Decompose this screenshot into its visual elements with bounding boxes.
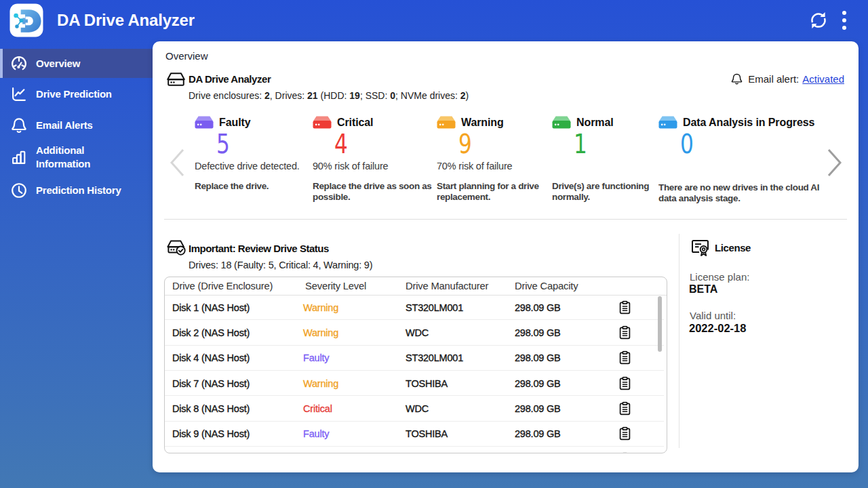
copy-details-button[interactable] bbox=[618, 351, 632, 365]
copy-details-icon bbox=[618, 452, 632, 453]
line-chart-icon bbox=[10, 85, 28, 103]
copy-details-icon bbox=[618, 351, 632, 365]
status-card-count: 0 bbox=[680, 131, 694, 158]
carousel-previous-button[interactable] bbox=[170, 148, 186, 178]
main-panel: Overview DA Drive Analyzer Drive enclosu… bbox=[153, 41, 859, 472]
cell-drive: Disk 9 (NAS Host) bbox=[172, 428, 250, 439]
cell-severity: Warning bbox=[303, 302, 338, 313]
status-card-title: Normal bbox=[576, 117, 614, 129]
section-title-review-drive-status: Important: Review Drive Status bbox=[189, 243, 329, 254]
vertical-divider bbox=[679, 234, 679, 448]
copy-details-button[interactable] bbox=[618, 452, 632, 453]
license-valid-label: Valid until: bbox=[690, 310, 736, 321]
drive-status-icon bbox=[552, 116, 571, 129]
cell-capacity: 298.09 GB bbox=[515, 378, 561, 389]
drive-check-icon bbox=[167, 238, 186, 257]
column-header-severity: Severity Level bbox=[305, 277, 366, 295]
drive-table-row: Disk 8 (NAS Host)CriticalWDC298.09 GB bbox=[165, 396, 657, 421]
cell-capacity: 298.09 GB bbox=[515, 302, 561, 313]
copy-details-icon bbox=[618, 300, 632, 314]
sidebar: Overview Drive Prediction Email Alerts bbox=[0, 42, 153, 488]
copy-details-icon bbox=[618, 326, 632, 340]
copy-details-button[interactable] bbox=[618, 300, 632, 314]
app-logo bbox=[9, 3, 43, 37]
cell-capacity: 298.09 GB bbox=[515, 428, 561, 439]
status-card-title: Warning bbox=[461, 117, 504, 129]
status-card-action: Replace the drive. bbox=[195, 181, 269, 192]
email-alert-activated-link[interactable]: Activated bbox=[802, 73, 844, 85]
cell-drive: Disk 1 (NAS Host) bbox=[172, 302, 250, 313]
refresh-icon bbox=[808, 10, 829, 30]
copy-details-icon bbox=[618, 402, 632, 416]
cell-manufacturer: TOSHIBA bbox=[406, 428, 448, 439]
horizontal-divider bbox=[164, 219, 847, 220]
sidebar-item-prediction-history[interactable]: Prediction History bbox=[0, 176, 153, 205]
cell-manufacturer: WDC bbox=[406, 403, 429, 414]
copy-details-button[interactable] bbox=[618, 402, 632, 416]
table-scrollbar-thumb[interactable] bbox=[658, 296, 662, 352]
status-card-count: 1 bbox=[574, 131, 587, 158]
status-card-faulty: Faulty 5 Defective drive detected. Repla… bbox=[195, 115, 310, 206]
sidebar-item-drive-prediction[interactable]: Drive Prediction bbox=[0, 80, 153, 108]
sidebar-item-email-alerts[interactable]: Email Alerts bbox=[0, 110, 153, 140]
copy-details-button[interactable] bbox=[618, 376, 632, 390]
column-header-capacity: Drive Capacity bbox=[515, 277, 578, 295]
drive-table-row bbox=[165, 447, 657, 453]
status-card-title: Data Analysis in Progress bbox=[683, 117, 814, 129]
refresh-button[interactable] bbox=[807, 9, 830, 32]
status-card-header: Data Analysis in Progress bbox=[658, 116, 814, 129]
clock-icon bbox=[10, 182, 28, 199]
cell-severity: Critical bbox=[303, 403, 332, 414]
status-card-description: 90% risk of failure bbox=[313, 161, 388, 171]
sidebar-item-label: Prediction History bbox=[36, 184, 131, 197]
drive-table-row: Disk 4 (NAS Host)FaultyST320LM001298.09 … bbox=[165, 346, 657, 371]
cell-capacity: 298.09 GB bbox=[515, 352, 561, 363]
status-card-data-analysis: Data Analysis in Progress 0 There are no… bbox=[658, 115, 850, 206]
cell-drive: Disk 4 (NAS Host) bbox=[172, 352, 250, 363]
status-card-description: Defective drive detected. bbox=[195, 161, 300, 171]
drive-summary-line: Drive enclosures: 2, Drives: 21 (HDD: 19… bbox=[189, 90, 469, 101]
drive-status-icon bbox=[437, 116, 456, 129]
drive-status-icon bbox=[313, 116, 332, 129]
status-card-header: Critical bbox=[313, 116, 373, 129]
sidebar-item-label: Email Alerts bbox=[36, 119, 131, 132]
copy-details-button[interactable] bbox=[618, 326, 632, 340]
license-plan-value: BETA bbox=[689, 283, 717, 296]
cell-severity: Warning bbox=[303, 327, 338, 338]
cell-drive: Disk 7 (NAS Host) bbox=[172, 378, 250, 389]
bell-icon bbox=[10, 117, 28, 134]
bell-icon bbox=[730, 73, 743, 85]
more-menu-button[interactable] bbox=[833, 9, 856, 32]
status-card-action: Start planning for a drive replacement. bbox=[437, 181, 562, 203]
cell-capacity: 298.09 GB bbox=[515, 403, 561, 414]
drive-table-row: Disk 2 (NAS Host)WarningWDC298.09 GB bbox=[165, 320, 657, 345]
status-card-title: Faulty bbox=[219, 117, 251, 129]
status-card-header: Normal bbox=[552, 116, 614, 129]
status-card-description: 70% risk of failure bbox=[437, 161, 512, 171]
license-title: License bbox=[715, 242, 751, 253]
status-card-header: Warning bbox=[437, 116, 504, 129]
email-alert-label: Email alert: bbox=[748, 73, 799, 85]
drive-icon bbox=[167, 70, 185, 88]
cell-drive: Disk 2 (NAS Host) bbox=[172, 327, 250, 338]
status-card-warning: Warning 9 70% risk of failure Start plan… bbox=[437, 115, 549, 206]
sidebar-item-additional-information[interactable]: Additional Information bbox=[0, 142, 153, 173]
status-card-action: Replace the drive as soon as possible. bbox=[313, 181, 441, 203]
top-bar: DA Drive Analyzer bbox=[0, 0, 868, 42]
license-valid-value: 2022-02-18 bbox=[689, 322, 746, 335]
sidebar-item-overview[interactable]: Overview bbox=[0, 49, 153, 78]
status-card-critical: Critical 4 90% risk of failure Replace t… bbox=[313, 115, 434, 206]
license-plan-label: License plan: bbox=[690, 271, 749, 283]
section-title-da-drive-analyzer: DA Drive Analyzer bbox=[189, 73, 271, 85]
status-card-title: Critical bbox=[337, 117, 373, 129]
copy-details-button[interactable] bbox=[618, 427, 632, 441]
sidebar-item-label: Additional Information bbox=[36, 144, 131, 171]
cell-severity: Warning bbox=[303, 378, 338, 389]
app-title: DA Drive Analyzer bbox=[57, 11, 195, 30]
sidebar-item-label: Drive Prediction bbox=[36, 87, 131, 101]
status-card-count: 9 bbox=[458, 131, 472, 158]
status-card-action: There are no new drives in the cloud AI … bbox=[658, 182, 821, 204]
column-header-manufacturer: Drive Manufacturer bbox=[406, 277, 488, 295]
drive-table-row: Disk 7 (NAS Host)WarningTOSHIBA298.09 GB bbox=[165, 371, 657, 396]
page-title: Overview bbox=[165, 50, 208, 62]
